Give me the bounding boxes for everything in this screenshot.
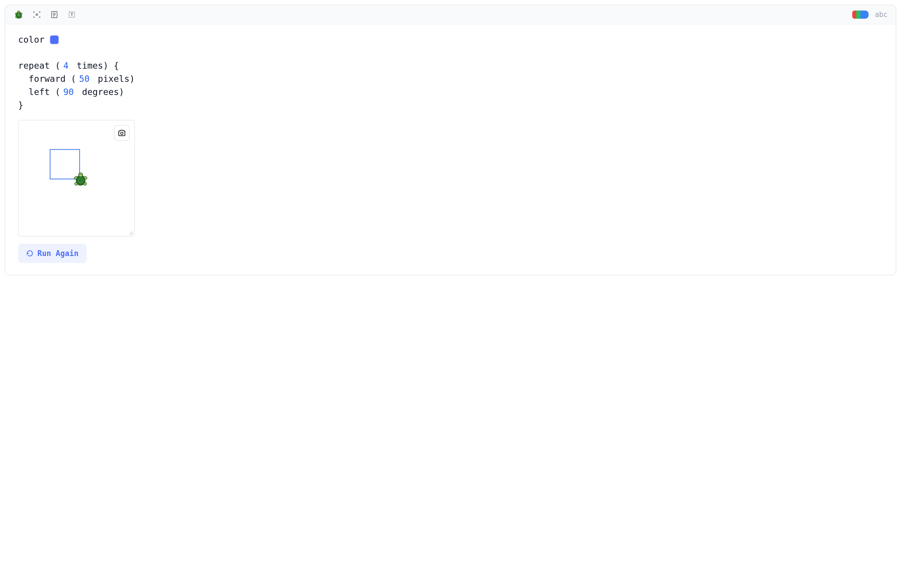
color-keyword: color bbox=[18, 33, 44, 46]
run-button-label: Run Again bbox=[37, 249, 79, 258]
scan-icon[interactable] bbox=[32, 10, 42, 19]
refresh-icon bbox=[26, 250, 33, 257]
code-line-color: color bbox=[18, 33, 883, 46]
text-select-icon[interactable] bbox=[67, 10, 76, 19]
svg-line-27 bbox=[131, 233, 133, 235]
toolbar: abc bbox=[5, 5, 896, 24]
output-canvas[interactable] bbox=[18, 120, 135, 237]
turtle-icon[interactable] bbox=[13, 9, 24, 20]
code-line-left: left (90 degrees) bbox=[18, 85, 883, 98]
document-icon[interactable] bbox=[50, 10, 59, 19]
svg-point-19 bbox=[81, 174, 82, 175]
code-line-repeat: repeat (4 times) { bbox=[18, 59, 883, 72]
svg-point-15 bbox=[121, 132, 123, 134]
code-line-close: } bbox=[18, 98, 883, 112]
svg-point-18 bbox=[80, 174, 80, 175]
screenshot-button[interactable] bbox=[114, 125, 130, 141]
editor-panel: abc color repeat (4 times) { forward (50… bbox=[5, 5, 896, 275]
svg-point-7 bbox=[36, 14, 38, 16]
camera-icon bbox=[118, 129, 126, 137]
toolbar-right: abc bbox=[852, 11, 888, 19]
code-editor[interactable]: color repeat (4 times) { forward (50 pix… bbox=[18, 33, 883, 112]
abc-toggle[interactable]: abc bbox=[875, 11, 888, 19]
turtle-cursor-icon bbox=[72, 171, 89, 188]
svg-point-1 bbox=[17, 11, 20, 13]
color-palette-icon[interactable] bbox=[852, 11, 868, 19]
blank-line bbox=[18, 46, 883, 59]
toolbar-left bbox=[13, 9, 76, 20]
code-line-forward: forward (50 pixels) bbox=[18, 72, 883, 85]
chip-blue bbox=[860, 11, 868, 19]
color-swatch[interactable] bbox=[50, 35, 59, 44]
svg-line-26 bbox=[129, 231, 133, 235]
run-again-button[interactable]: Run Again bbox=[18, 244, 87, 263]
content-area: color repeat (4 times) { forward (50 pix… bbox=[5, 24, 896, 275]
resize-handle-icon[interactable] bbox=[129, 231, 133, 235]
